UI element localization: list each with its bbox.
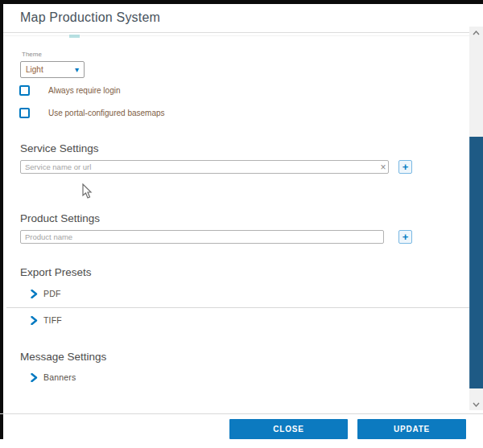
add-service-button[interactable]: + (398, 160, 412, 174)
scroll-down-icon[interactable] (469, 398, 483, 410)
service-name-input[interactable] (20, 160, 389, 174)
chevron-right-icon (31, 373, 38, 382)
export-preset-pdf-row[interactable]: PDF (31, 289, 61, 298)
theme-label: Theme (22, 51, 42, 58)
mouse-cursor-icon (82, 183, 93, 199)
tree-item-label: PDF (43, 289, 61, 298)
map-production-system-dialog: Map Production System Theme Light ▾ Alwa… (0, 0, 483, 448)
checkbox-use-portal-basemaps[interactable]: Use portal-configured basemaps (19, 108, 165, 118)
clear-icon[interactable]: × (377, 161, 390, 174)
checkbox-icon[interactable] (19, 108, 30, 118)
scrolled-content-edge (69, 35, 80, 38)
checkbox-always-require-login[interactable]: Always require login (19, 85, 121, 96)
tree-item-label: Banners (43, 372, 76, 382)
banners-row[interactable]: Banners (31, 372, 76, 382)
chevron-right-icon (31, 290, 38, 298)
chevron-down-icon: ▾ (75, 66, 79, 74)
theme-select[interactable]: Light ▾ (20, 61, 85, 78)
update-button[interactable]: UPDATE (357, 419, 466, 439)
page-title: Map Production System (20, 10, 160, 25)
product-name-input[interactable] (20, 230, 384, 244)
checkbox-label: Use portal-configured basemaps (48, 109, 165, 117)
scroll-up-icon[interactable] (469, 27, 483, 39)
checkbox-icon[interactable] (19, 85, 30, 96)
export-presets-heading: Export Presets (20, 266, 92, 278)
theme-selected-value: Light (26, 65, 43, 74)
window-frame-left (0, 0, 3, 439)
vertical-scrollbar[interactable] (469, 27, 483, 410)
plus-icon: + (402, 232, 409, 242)
preset-divider (6, 307, 469, 308)
checkbox-label: Always require login (48, 86, 121, 95)
scrollbar-thumb[interactable] (469, 137, 483, 388)
add-product-button[interactable]: + (398, 230, 412, 244)
service-settings-heading: Service Settings (20, 142, 99, 154)
window-frame-top (0, 0, 483, 4)
chevron-right-icon (31, 316, 38, 325)
message-settings-heading: Message Settings (20, 351, 106, 363)
footer-divider (0, 413, 483, 414)
product-settings-heading: Product Settings (20, 212, 100, 224)
tree-item-label: TIFF (43, 315, 62, 325)
export-preset-tiff-row[interactable]: TIFF (31, 315, 62, 325)
close-button[interactable]: CLOSE (229, 419, 348, 439)
header-divider (3, 32, 469, 33)
plus-icon: + (402, 162, 409, 172)
